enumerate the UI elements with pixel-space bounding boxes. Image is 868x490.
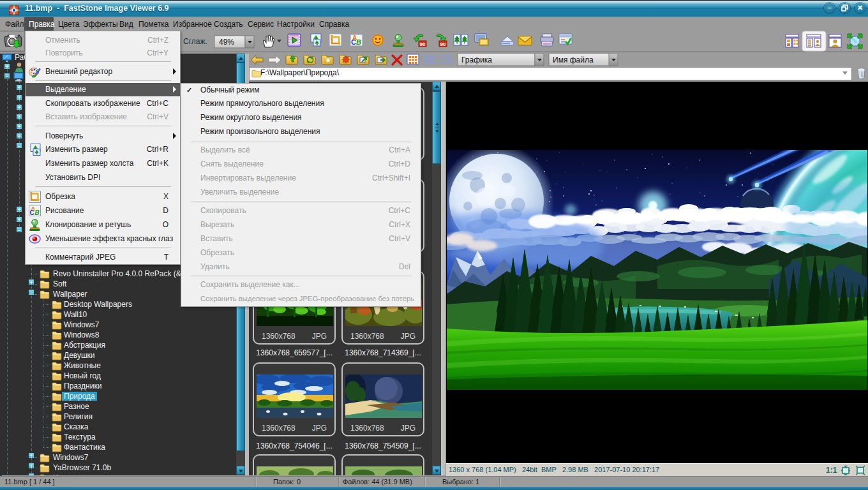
svg-text:Графика: Графика (461, 56, 492, 64)
svg-text:90: 90 (420, 41, 426, 47)
svg-text:Сглаж.: Сглаж. (183, 37, 207, 46)
svg-text:90: 90 (440, 41, 446, 47)
svg-text:49%: 49% (219, 38, 234, 47)
svg-text:C: C (351, 38, 356, 46)
svg-text:Имя файла: Имя файла (553, 56, 594, 64)
svg-text:B: B (356, 38, 361, 46)
